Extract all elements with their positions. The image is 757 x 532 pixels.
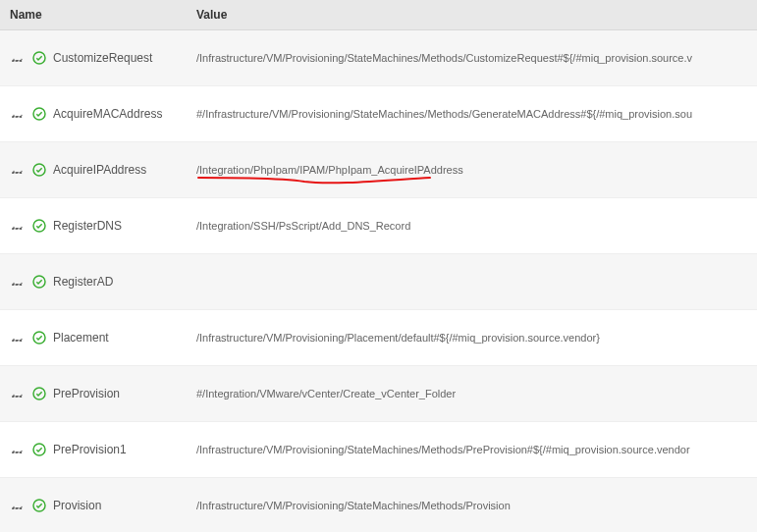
checkmark-icon (31, 218, 47, 234)
name-cell: Placement (0, 330, 196, 346)
svg-point-25 (21, 506, 22, 507)
checkmark-icon (31, 498, 47, 513)
gear-icon (10, 386, 26, 401)
checkmark-icon (31, 330, 47, 346)
svg-point-10 (21, 227, 22, 228)
checkmark-icon (31, 162, 47, 178)
row-name-label: Placement (53, 331, 109, 345)
gear-icon (10, 106, 26, 122)
row-value-label: /Infrastructure/VM/Provisioning/StateMac… (196, 500, 757, 511)
table-row[interactable]: Provision/Infrastructure/VM/Provisioning… (0, 478, 757, 532)
table-row[interactable]: RegisterAD (0, 254, 757, 310)
svg-point-9 (13, 227, 14, 228)
checkmark-icon (31, 50, 47, 66)
svg-point-4 (21, 115, 22, 116)
table-row[interactable]: RegisterDNS/Integration/SSH/PsScript/Add… (0, 198, 757, 254)
svg-point-13 (21, 283, 22, 284)
row-name-label: AcquireMACAddress (53, 107, 162, 121)
row-value-label: /Integration/SSH/PsScript/Add_DNS_Record (196, 220, 757, 232)
row-value-label: #/Integration/VMware/vCenter/Create_vCen… (196, 388, 757, 399)
name-cell: CustomizeRequest (0, 50, 196, 66)
table-row[interactable]: PreProvision#/Integration/VMware/vCenter… (0, 366, 757, 422)
gear-icon (10, 442, 26, 457)
name-cell: AcquireIPAddress (0, 162, 196, 178)
gear-icon (10, 498, 26, 513)
name-cell: PreProvision1 (0, 442, 196, 457)
table-row[interactable]: Placement/Infrastructure/VM/Provisioning… (0, 310, 757, 366)
checkmark-icon (31, 386, 47, 401)
row-name-label: PreProvision1 (53, 443, 127, 456)
checkmark-icon (31, 274, 47, 290)
svg-point-6 (13, 171, 14, 172)
name-cell: RegisterAD (0, 274, 196, 290)
checkmark-icon (31, 442, 47, 457)
table-row[interactable]: AcquireIPAddress/Integration/PhpIpam/IPA… (0, 142, 757, 198)
svg-point-0 (13, 59, 14, 60)
gear-icon (10, 218, 26, 234)
column-header-value[interactable]: Value (196, 8, 757, 22)
table-row[interactable]: CustomizeRequest/Infrastructure/VM/Provi… (0, 30, 757, 86)
row-name-label: PreProvision (53, 387, 120, 400)
row-name-label: Provision (53, 499, 101, 512)
svg-point-1 (21, 59, 22, 60)
row-value-label: #/Infrastructure/VM/Provisioning/StateMa… (196, 108, 757, 120)
table-row[interactable]: AcquireMACAddress#/Infrastructure/VM/Pro… (0, 86, 757, 142)
row-value-label: /Infrastructure/VM/Provisioning/Placemen… (196, 332, 757, 344)
table-body: CustomizeRequest/Infrastructure/VM/Provi… (0, 30, 757, 532)
svg-point-24 (13, 506, 14, 507)
gear-icon (10, 50, 26, 66)
svg-point-22 (21, 451, 22, 452)
row-name-label: RegisterDNS (53, 219, 122, 233)
checkmark-icon (31, 106, 47, 122)
table-row[interactable]: PreProvision1/Infrastructure/VM/Provisio… (0, 422, 757, 478)
svg-point-21 (13, 451, 14, 452)
svg-point-15 (13, 339, 14, 340)
gear-icon (10, 162, 26, 178)
row-name-label: RegisterAD (53, 275, 113, 289)
name-cell: AcquireMACAddress (0, 106, 196, 122)
name-cell: PreProvision (0, 386, 196, 401)
name-cell: Provision (0, 498, 196, 513)
svg-point-16 (21, 339, 22, 340)
svg-point-19 (21, 395, 22, 396)
table-header: Name Value (0, 0, 757, 30)
column-header-name[interactable]: Name (0, 8, 196, 22)
row-value-label: /Infrastructure/VM/Provisioning/StateMac… (196, 444, 757, 455)
row-value-label: /Infrastructure/VM/Provisioning/StateMac… (196, 52, 757, 64)
row-value-label: /Integration/PhpIpam/IPAM/PhpIpam_Acquir… (196, 164, 757, 176)
gear-icon (10, 274, 26, 290)
name-cell: RegisterDNS (0, 218, 196, 234)
gear-icon (10, 330, 26, 346)
svg-point-7 (21, 171, 22, 172)
svg-point-12 (13, 283, 14, 284)
row-name-label: CustomizeRequest (53, 51, 152, 65)
svg-point-3 (13, 115, 14, 116)
svg-point-18 (13, 395, 14, 396)
row-name-label: AcquireIPAddress (53, 163, 146, 177)
